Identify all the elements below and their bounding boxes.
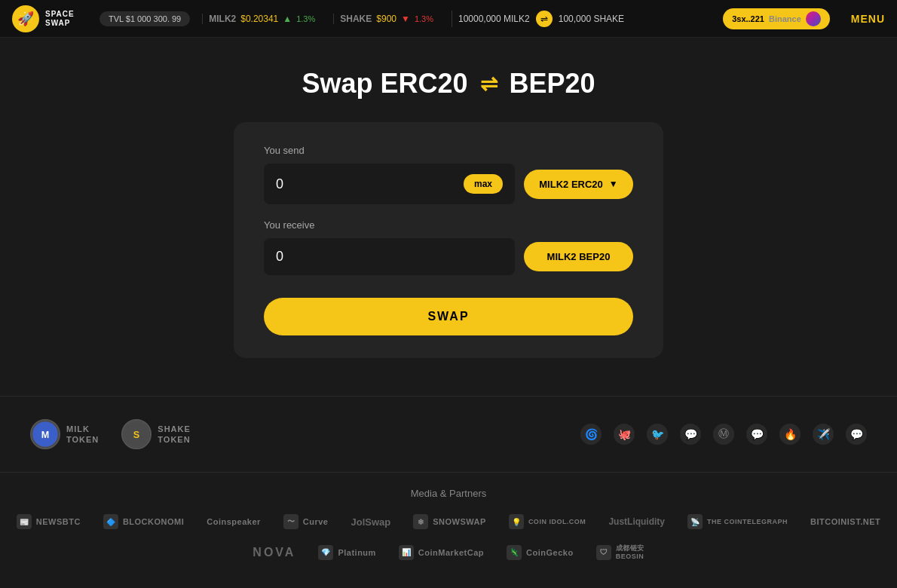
milk-token-icon: M: [30, 419, 60, 449]
menu-button[interactable]: MENU: [851, 13, 885, 25]
milk2-arrow-up: ▲: [283, 14, 292, 24]
social-icon-fire[interactable]: 🔥: [779, 424, 801, 445]
partner-blockonomi[interactable]: 🔷 BLOCKONOMI: [103, 514, 184, 529]
partner-cointelegraph[interactable]: 📡 THE COINTELEGRAPH: [687, 514, 788, 529]
shake-arrow-down: ▼: [401, 14, 410, 24]
receive-row: MILK2 BEP20: [264, 238, 633, 275]
receive-token-button[interactable]: MILK2 BEP20: [524, 242, 633, 271]
send-input[interactable]: [276, 176, 458, 192]
social-icon-github[interactable]: 🐙: [614, 424, 635, 445]
partner-platinum[interactable]: 💎 Platinum: [318, 545, 375, 560]
coinmarketcap-icon: 📊: [399, 545, 414, 560]
wallet-avatar: [806, 11, 821, 26]
social-icon-1[interactable]: 🌀: [580, 424, 602, 445]
partner-bitcoinist[interactable]: BITCOINIST.NET: [810, 517, 880, 526]
partners-section: Media & Partners 📰 NEWSBTC 🔷 BLOCKONOMI …: [0, 472, 897, 588]
social-icons: 🌀 🐙 🐦 💬 Ⓜ 💬 🔥 ✈️ 💬: [580, 424, 867, 445]
newsbtc-icon: 📰: [17, 514, 32, 529]
curve-icon: 〜: [283, 514, 298, 529]
svg-text:M: M: [41, 430, 50, 440]
header: 🚀 SPACE SWAP TVL $1 000 300. 99 MILK2 $0…: [0, 0, 897, 38]
send-input-wrapper: max: [264, 164, 515, 204]
logo[interactable]: 🚀 SPACE SWAP: [12, 5, 87, 32]
coingecko-icon: 🦎: [507, 545, 522, 560]
coinidol-icon: 💡: [509, 514, 524, 529]
partners-row-1: 📰 NEWSBTC 🔷 BLOCKONOMI Coinspeaker 〜 Cur…: [30, 514, 867, 529]
receive-input-wrapper: [264, 238, 515, 275]
partner-nova[interactable]: NOVA: [253, 546, 295, 559]
max-button[interactable]: max: [464, 174, 503, 194]
social-icon-discord[interactable]: 💬: [680, 424, 701, 445]
tvl-badge: TVL $1 000 300. 99: [99, 11, 190, 26]
shake-price: SHAKE $900 ▼ 1.3%: [333, 14, 439, 24]
swap-button[interactable]: SWAP: [264, 298, 633, 335]
send-label: You send: [264, 145, 633, 156]
social-icon-twitter[interactable]: 🐦: [647, 424, 668, 445]
partners-title: Media & Partners: [30, 488, 867, 499]
partner-beosin[interactable]: 🛡 成都链安BEOSIN: [596, 544, 644, 561]
logo-icon: 🚀: [12, 5, 39, 32]
send-row: max MILK2 ERC20 ▼: [264, 164, 633, 204]
chevron-down-icon: ▼: [609, 179, 618, 189]
partner-justliquidity[interactable]: JustLiquidity: [608, 516, 665, 527]
send-token-button[interactable]: MILK2 ERC20 ▼: [524, 170, 633, 199]
exchange-rate: 10000,000 MILK2 ⇌ 100,000 SHAKE: [452, 11, 630, 27]
social-icon-telegram[interactable]: ✈️: [813, 424, 834, 445]
receive-input[interactable]: [276, 249, 503, 265]
partner-coinidol[interactable]: 💡 COIN IDOL.COM: [509, 514, 586, 529]
shake-token-label: SHAKETOKEN: [158, 424, 191, 446]
swap-icon: ⇌: [536, 11, 553, 27]
receive-label: You receive: [264, 219, 633, 231]
footer-top: M MILKTOKEN S SHAKETOKEN 🌀 🐙 🐦 💬 Ⓜ 💬: [0, 396, 897, 472]
partner-coinspeaker[interactable]: Coinspeaker: [207, 517, 261, 526]
swap-direction-icon: ⇌: [480, 72, 497, 96]
partners-row-2: NOVA 💎 Platinum 📊 CoinMarketCap 🦎 CoinGe…: [30, 544, 867, 561]
token-logos: M MILKTOKEN S SHAKETOKEN: [30, 419, 191, 449]
social-icon-medium[interactable]: Ⓜ: [713, 424, 734, 445]
snowswap-icon: ❄: [413, 514, 428, 529]
beosin-icon: 🛡: [596, 545, 611, 560]
partner-newsbtc[interactable]: 📰 NEWSBTC: [17, 514, 81, 529]
cointelegraph-icon: 📡: [687, 514, 703, 529]
wallet-badge[interactable]: 3sx..221 Binance: [723, 8, 830, 29]
partner-jolswap[interactable]: JolSwap: [351, 516, 391, 528]
shake-token-logo[interactable]: S SHAKETOKEN: [121, 419, 191, 449]
partner-coingecko[interactable]: 🦎 CoinGecko: [507, 545, 574, 560]
partner-curve[interactable]: 〜 Curve: [283, 514, 329, 529]
social-icon-wechat[interactable]: 💬: [746, 424, 767, 445]
svg-text:S: S: [133, 430, 139, 440]
partner-coinmarketcap[interactable]: 📊 CoinMarketCap: [399, 545, 484, 560]
main-content: Swap ERC20 ⇌ BEP20 You send max MILK2 ER…: [0, 38, 897, 373]
milk-token-label: MILKTOKEN: [66, 424, 99, 446]
platinum-icon: 💎: [318, 545, 333, 560]
shake-token-icon: S: [121, 419, 152, 449]
social-icon-chat[interactable]: 💬: [846, 424, 867, 445]
milk-token-logo[interactable]: M MILKTOKEN: [30, 419, 99, 449]
swap-card: You send max MILK2 ERC20 ▼ You receive M…: [234, 122, 663, 358]
logo-text: SPACE SWAP: [45, 10, 75, 28]
blockonomi-icon: 🔷: [103, 514, 118, 529]
partner-snowswap[interactable]: ❄ SNOWSWAP: [413, 514, 486, 529]
page-title: Swap ERC20 ⇌ BEP20: [302, 68, 595, 100]
milk2-price: MILK2 $0.20341 ▲ 1.3%: [202, 14, 321, 24]
